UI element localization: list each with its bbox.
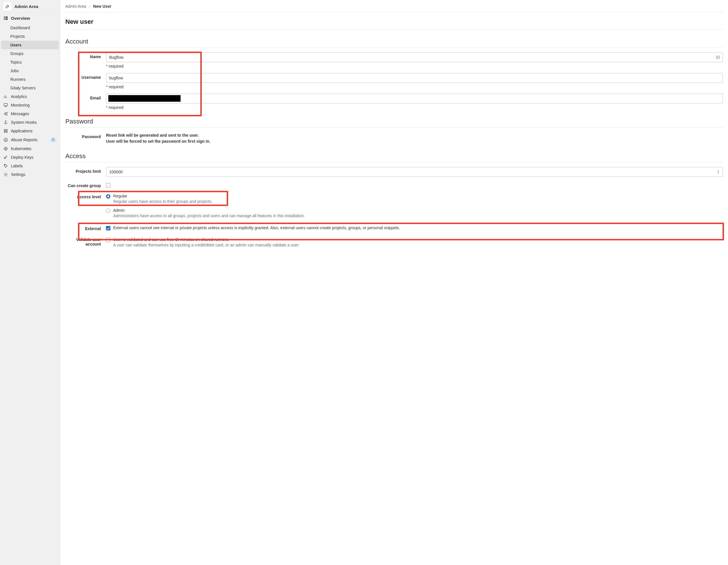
svg-point-13: [5, 139, 5, 140]
sidebar-overview-label: Overview: [11, 16, 30, 21]
svg-rect-8: [4, 130, 5, 131]
wrench-icon: [3, 2, 11, 10]
anchor-icon: [3, 120, 8, 125]
svg-point-17: [4, 157, 6, 159]
svg-rect-1: [6, 17, 7, 17]
svg-point-19: [5, 174, 6, 175]
validate-opt: User is validated and can use free CI mi…: [113, 236, 723, 242]
id-card-icon: [715, 55, 721, 60]
monitor-icon: [3, 103, 8, 108]
sidebar-item-users[interactable]: Users: [1, 41, 59, 49]
svg-point-12: [4, 138, 7, 142]
sidebar-overview-header[interactable]: Overview: [0, 13, 60, 24]
username-required-hint: * required: [106, 85, 723, 89]
sidebar-item-analytics[interactable]: Analytics: [0, 92, 60, 101]
sidebar-item-monitoring[interactable]: Monitoring: [0, 101, 60, 110]
email-label: Email: [65, 94, 106, 100]
sidebar-header[interactable]: Admin Area: [0, 0, 60, 13]
sidebar-item-dashboard[interactable]: Dashboard: [0, 24, 60, 32]
sidebar-item-kubernetes[interactable]: Kubernetes: [0, 144, 60, 153]
external-label: External: [65, 224, 106, 231]
regular-label: Regular: [113, 193, 723, 198]
svg-marker-15: [4, 147, 7, 151]
svg-rect-4: [6, 18, 7, 19]
apps-icon: [3, 129, 8, 133]
validate-label: Validate user account: [65, 236, 106, 247]
svg-point-14: [6, 139, 7, 140]
tag-icon: [3, 164, 8, 168]
sad-face-icon: [3, 138, 8, 142]
chevron-down-icon: ▼: [717, 172, 722, 174]
breadcrumb: Admin Area › New User: [65, 4, 723, 12]
analytics-icon: [3, 94, 8, 99]
page-title: New user: [65, 18, 723, 30]
admin-desc: Administrators have access to all groups…: [113, 213, 723, 219]
sidebar-item-runners[interactable]: Runners: [0, 75, 60, 84]
svg-rect-10: [4, 131, 5, 132]
svg-rect-0: [4, 17, 5, 18]
external-desc: External users cannot see internal or pr…: [113, 224, 723, 230]
section-password-title: Password: [65, 118, 723, 128]
svg-rect-3: [4, 18, 5, 19]
svg-point-7: [5, 121, 6, 122]
name-input[interactable]: [106, 52, 723, 62]
username-label: Username: [65, 73, 106, 80]
section-account-title: Account: [65, 38, 723, 48]
megaphone-icon: [3, 112, 8, 116]
svg-point-16: [5, 148, 6, 149]
sidebar-item-applications[interactable]: Applications: [0, 127, 60, 135]
sidebar-item-gitaly[interactable]: Gitaly Servers: [0, 84, 60, 92]
name-label: Name: [65, 52, 106, 59]
email-redaction: [108, 95, 181, 102]
abuse-badge: 0: [50, 137, 56, 142]
regular-desc: Regular users have access to their group…: [113, 199, 723, 205]
sidebar-item-labels[interactable]: Labels: [0, 162, 60, 170]
can-create-group-label: Can create group: [65, 181, 106, 188]
sidebar-item-topics[interactable]: Topics: [0, 58, 60, 67]
projects-limit-input[interactable]: [106, 167, 723, 177]
external-checkbox[interactable]: [106, 226, 110, 230]
chevron-right-icon: ›: [89, 4, 90, 9]
password-label: Password: [65, 132, 106, 139]
projects-limit-stepper[interactable]: ▲ ▼: [717, 169, 722, 175]
access-level-label: Access level: [65, 193, 106, 199]
name-required-hint: * required: [106, 64, 723, 69]
sidebar: Admin Area Overview Dashboard Projects U…: [0, 0, 60, 565]
section-access-title: Access: [65, 153, 723, 163]
sidebar-item-settings[interactable]: Settings: [0, 170, 60, 179]
svg-rect-9: [6, 130, 7, 131]
password-line1: Reset link will be generated and sent to…: [106, 132, 723, 138]
sidebar-item-abuse-reports[interactable]: Abuse Reports 0: [0, 135, 60, 144]
password-line2: User will be forced to set the password …: [106, 138, 723, 144]
email-input[interactable]: [106, 94, 723, 103]
validate-checkbox[interactable]: [106, 238, 110, 242]
sidebar-item-deploy-keys[interactable]: Deploy Keys: [0, 153, 60, 162]
main-content: Admin Area › New User New user Account N…: [60, 0, 728, 565]
svg-rect-11: [6, 131, 7, 132]
access-level-admin-radio[interactable]: [106, 209, 110, 213]
sidebar-item-messages[interactable]: Messages: [0, 110, 60, 118]
overview-icon: [3, 16, 8, 21]
sidebar-item-system-hooks[interactable]: System Hooks: [0, 118, 60, 127]
sidebar-title: Admin Area: [14, 4, 38, 9]
projects-limit-label: Projects limit: [65, 167, 106, 174]
username-input[interactable]: [106, 73, 723, 83]
gear-icon: [3, 172, 8, 177]
breadcrumb-current: New User: [93, 4, 111, 9]
sidebar-item-groups[interactable]: Groups: [0, 49, 60, 58]
key-icon: [3, 155, 8, 160]
admin-label: Admin: [113, 207, 723, 213]
breadcrumb-root[interactable]: Admin Area: [65, 4, 86, 9]
can-create-group-checkbox[interactable]: [106, 183, 110, 187]
sidebar-item-jobs[interactable]: Jobs: [0, 67, 60, 75]
kubernetes-icon: [3, 146, 8, 151]
access-level-regular-radio[interactable]: [106, 194, 110, 199]
email-required-hint: * required: [106, 105, 723, 110]
svg-rect-6: [4, 104, 7, 106]
sidebar-item-projects[interactable]: Projects: [0, 32, 60, 41]
svg-point-21: [717, 57, 718, 58]
validate-desc: A user can validate themselves by inputt…: [113, 243, 723, 248]
